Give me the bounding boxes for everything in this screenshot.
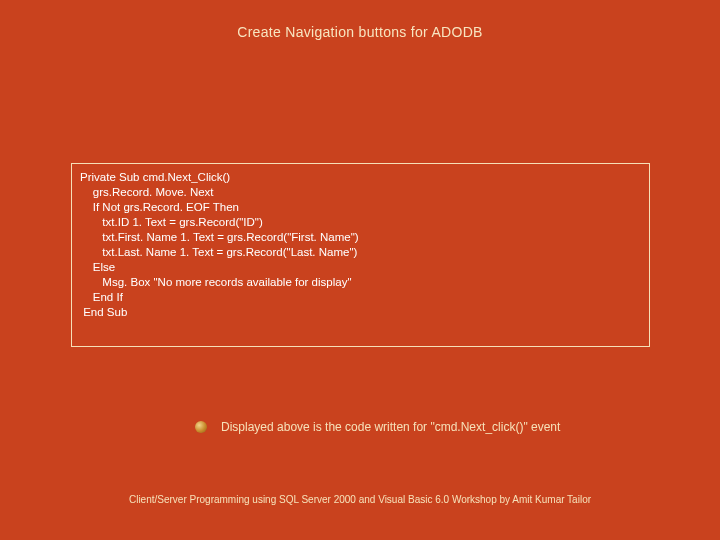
code-block: Private Sub cmd.Next_Click() grs.Record.…: [71, 163, 650, 347]
bullet-icon: [195, 421, 207, 433]
bullet-text: Displayed above is the code written for …: [221, 420, 560, 434]
bullet-item: Displayed above is the code written for …: [195, 420, 675, 434]
slide-footer: Client/Server Programming using SQL Serv…: [0, 494, 720, 505]
slide-title: Create Navigation buttons for ADODB: [0, 24, 720, 40]
